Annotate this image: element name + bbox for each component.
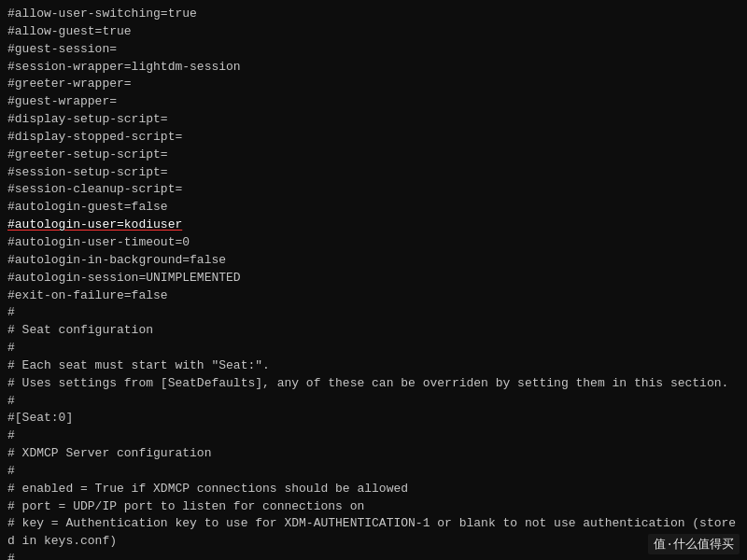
- code-line: #autologin-in-background=false: [7, 252, 740, 270]
- code-line: #: [7, 551, 740, 560]
- code-line: #: [7, 427, 740, 445]
- code-line: #: [7, 463, 740, 481]
- code-line: #session-wrapper=lightdm-session: [7, 59, 740, 77]
- code-line: #autologin-user=kodiuser: [7, 217, 740, 234]
- code-line: #greeter-wrapper=: [7, 76, 740, 93]
- code-line: #guest-wrapper=: [7, 93, 740, 111]
- code-line: #: [7, 304, 740, 322]
- code-line: # port = UDP/IP port to listen for conne…: [7, 498, 740, 516]
- code-line: # XDMCP Server configuration: [7, 445, 740, 463]
- code-content: #allow-user-switching=true#allow-guest=t…: [7, 6, 740, 560]
- code-line: #display-stopped-script=: [7, 129, 740, 147]
- code-line: #: [7, 340, 740, 357]
- code-line: #allow-user-switching=true: [7, 6, 740, 23]
- code-line: #[Seat:0]: [7, 410, 740, 427]
- code-line: #guest-session=: [7, 41, 740, 59]
- code-line: #greeter-setup-script=: [7, 147, 740, 164]
- code-line: #autologin-session=UNIMPLEMENTED: [7, 270, 740, 287]
- code-line: #autologin-user-timeout=0: [7, 234, 740, 252]
- code-line: d in keys.conf): [7, 533, 740, 551]
- code-line: # enabled = True if XDMCP connections sh…: [7, 481, 740, 498]
- code-line: # Seat configuration: [7, 322, 740, 340]
- code-line: # Each seat must start with "Seat:".: [7, 357, 740, 375]
- code-line: #allow-guest=true: [7, 23, 740, 41]
- code-line: #exit-on-failure=false: [7, 287, 740, 305]
- code-line: # key = Authentication key to use for XD…: [7, 515, 740, 533]
- code-line: #session-cleanup-script=: [7, 181, 740, 199]
- code-line: #autologin-guest=false: [7, 199, 740, 217]
- code-line: # Uses settings from [SeatDefaults], any…: [7, 375, 740, 393]
- code-line: #: [7, 393, 740, 411]
- code-line: #session-setup-script=: [7, 164, 740, 182]
- terminal-window: #allow-user-switching=true#allow-guest=t…: [0, 0, 747, 560]
- code-line: #display-setup-script=: [7, 111, 740, 129]
